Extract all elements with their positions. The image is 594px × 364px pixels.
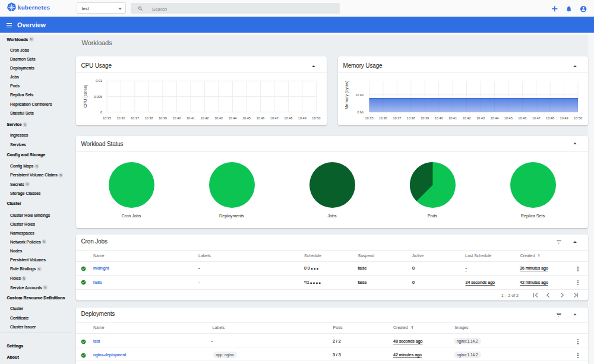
svg-text:10:36: 10:36 [117, 116, 125, 120]
svg-text:0 Mi: 0 Mi [357, 110, 364, 114]
svg-text:10:45: 10:45 [242, 116, 251, 120]
svg-text:10:35: 10:35 [103, 116, 111, 120]
svg-text:Memory (bytes): Memory (bytes) [345, 81, 349, 110]
svg-text:10:46: 10:46 [518, 116, 526, 120]
svg-text:10 Mi: 10 Mi [355, 93, 364, 97]
svg-text:10:48: 10:48 [284, 116, 292, 120]
svg-text:10:40: 10:40 [435, 116, 443, 120]
svg-text:10:45: 10:45 [504, 116, 513, 120]
svg-text:10:44: 10:44 [490, 116, 498, 120]
svg-text:10:49: 10:49 [298, 116, 307, 120]
svg-text:10:47: 10:47 [270, 116, 279, 120]
svg-text:10:39: 10:39 [421, 116, 429, 120]
svg-text:10:49: 10:49 [560, 116, 568, 120]
svg-text:10:37: 10:37 [393, 116, 401, 120]
svg-text:10:41: 10:41 [187, 116, 195, 120]
svg-text:10:48: 10:48 [546, 116, 554, 120]
svg-text:10:35: 10:35 [365, 116, 374, 120]
svg-text:10:43: 10:43 [214, 116, 223, 120]
svg-text:10:37: 10:37 [131, 116, 139, 120]
svg-text:0: 0 [100, 110, 102, 114]
svg-text:10:38: 10:38 [407, 116, 415, 120]
svg-text:CPU (cores): CPU (cores) [83, 85, 88, 108]
svg-text:0.005: 0.005 [94, 95, 102, 99]
svg-text:10:40: 10:40 [172, 116, 181, 120]
svg-text:10:47: 10:47 [532, 116, 541, 120]
svg-text:10:39: 10:39 [159, 116, 167, 120]
svg-text:10:41: 10:41 [448, 116, 457, 120]
svg-text:10:43: 10:43 [476, 116, 485, 120]
svg-text:0.01: 0.01 [96, 79, 102, 83]
svg-text:10:50: 10:50 [574, 116, 582, 120]
svg-text:10:42: 10:42 [463, 116, 471, 120]
svg-text:10:44: 10:44 [228, 116, 236, 120]
svg-text:10:38: 10:38 [145, 116, 153, 120]
svg-text:10:36: 10:36 [379, 116, 387, 120]
svg-text:10:46: 10:46 [256, 116, 264, 120]
svg-text:10:42: 10:42 [200, 116, 208, 120]
svg-text:10:50: 10:50 [312, 116, 320, 120]
